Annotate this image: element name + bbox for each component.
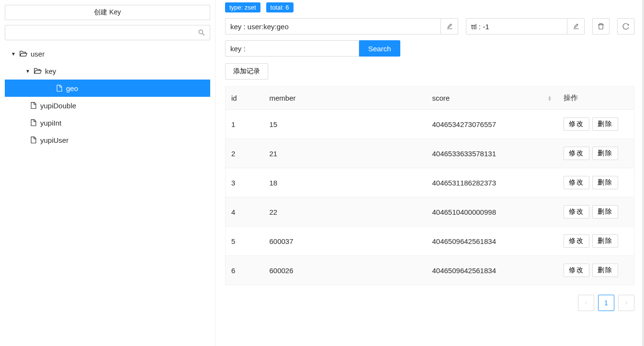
total-tag: total: 6 — [266, 2, 294, 12]
delete-row-button[interactable]: 删除 — [592, 234, 618, 248]
cell-actions: 修改删除 — [558, 256, 634, 285]
cell-score: 4046533633578131 — [427, 139, 558, 168]
cell-actions: 修改删除 — [558, 227, 634, 256]
table-row: 6 600026 4046509642561834 修改删除 — [226, 256, 634, 285]
table-row: 5 600037 4046509642561834 修改删除 — [226, 227, 634, 256]
tree-label: yupiUser — [40, 136, 68, 144]
refresh-button[interactable] — [617, 18, 634, 35]
cell-member: 21 — [264, 139, 427, 168]
create-key-button[interactable]: 创建 Key — [5, 5, 210, 20]
folder-open-icon — [19, 49, 28, 58]
delete-row-button[interactable]: 删除 — [592, 147, 618, 160]
table-row: 4 22 4046510400000998 修改删除 — [226, 197, 634, 227]
cell-id: 4 — [226, 197, 264, 227]
col-id: id — [226, 87, 264, 110]
sidebar-search-input[interactable] — [5, 25, 210, 40]
edit-icon — [446, 23, 453, 30]
table-row: 3 18 4046531186282373 修改删除 — [226, 168, 634, 197]
add-record-button[interactable]: 添加记录 — [225, 63, 268, 80]
cell-score: 4046509642561834 — [427, 256, 558, 285]
cell-actions: 修改删除 — [558, 168, 634, 197]
tree-label: key — [45, 67, 56, 75]
edit-ttl-button[interactable] — [567, 18, 585, 35]
edit-key-button[interactable] — [441, 18, 458, 35]
table-row: 1 15 4046534273076557 修改删除 — [226, 110, 634, 139]
cell-score: 4046510400000998 — [427, 197, 558, 227]
page-prev-button[interactable] — [578, 295, 594, 311]
file-icon — [30, 102, 37, 109]
key-name-input[interactable] — [225, 18, 441, 35]
edit-row-button[interactable]: 修改 — [564, 117, 589, 131]
caret-down-icon: ▼ — [11, 51, 16, 57]
cell-actions: 修改删除 — [558, 110, 634, 139]
tree-label: yupiDouble — [40, 102, 76, 110]
tree-node-key[interactable]: ▼ key — [5, 62, 210, 80]
cell-member: 600026 — [264, 256, 427, 285]
divider — [642, 0, 644, 346]
col-action: 操作 — [558, 87, 634, 110]
cell-score: 4046531186282373 — [427, 168, 558, 197]
edit-row-button[interactable]: 修改 — [564, 264, 589, 277]
tree-node-geo[interactable]: geo — [5, 80, 210, 97]
ttl-input[interactable] — [466, 18, 567, 35]
file-icon — [30, 136, 37, 144]
tree-node-yupiint[interactable]: yupiInt — [5, 114, 210, 131]
cell-actions: 修改删除 — [558, 139, 634, 168]
cell-id: 6 — [226, 256, 264, 285]
col-score-label: score — [432, 94, 450, 102]
data-table: id member score ▲▼ 操作 1 15 4046534273076… — [225, 86, 634, 285]
table-row: 2 21 4046533633578131 修改删除 — [226, 139, 634, 168]
tree-label: user — [31, 50, 45, 58]
cell-score: 4046509642561834 — [427, 227, 558, 256]
cell-id: 1 — [226, 110, 264, 139]
delete-key-button[interactable] — [592, 18, 610, 35]
delete-row-button[interactable]: 删除 — [592, 117, 618, 131]
sort-icon[interactable]: ▲▼ — [548, 95, 552, 101]
cell-member: 600037 — [264, 227, 427, 256]
refresh-icon — [622, 23, 630, 30]
folder-open-icon — [34, 67, 42, 75]
chevron-right-icon — [624, 300, 629, 305]
edit-row-button[interactable]: 修改 — [564, 205, 589, 219]
tree-label: geo — [66, 84, 78, 92]
cell-member: 15 — [264, 110, 427, 139]
cell-actions: 修改删除 — [558, 197, 634, 227]
page-1-button[interactable]: 1 — [598, 295, 614, 311]
tree-label: yupiInt — [40, 119, 61, 127]
col-member: member — [264, 87, 427, 110]
cell-score: 4046534273076557 — [427, 110, 558, 139]
caret-down-icon: ▼ — [25, 69, 31, 74]
file-icon — [56, 84, 63, 92]
pagination: 1 — [225, 295, 634, 311]
file-icon — [30, 119, 37, 127]
key-tree: ▼ user ▼ key geo — [5, 45, 210, 149]
cell-member: 22 — [264, 197, 427, 227]
search-icon[interactable] — [198, 29, 205, 36]
cell-id: 3 — [226, 168, 264, 197]
tree-node-yupidouble[interactable]: yupiDouble — [5, 97, 210, 114]
tree-node-yupiuser[interactable]: yupiUser — [5, 131, 210, 149]
type-tag: type: zset — [225, 2, 260, 12]
page-next-button[interactable] — [618, 295, 634, 311]
search-button[interactable]: Search — [359, 40, 400, 57]
edit-row-button[interactable]: 修改 — [564, 147, 589, 160]
cell-id: 5 — [226, 227, 264, 256]
chevron-left-icon — [584, 300, 588, 305]
edit-row-button[interactable]: 修改 — [564, 176, 589, 189]
delete-row-button[interactable]: 删除 — [592, 205, 618, 219]
delete-icon — [597, 23, 605, 30]
edit-row-button[interactable]: 修改 — [564, 234, 589, 248]
main-content: type: zset total: 6 — [215, 0, 644, 346]
member-search-input[interactable] — [225, 40, 359, 57]
tree-node-user[interactable]: ▼ user — [5, 45, 210, 62]
delete-row-button[interactable]: 删除 — [592, 264, 618, 277]
sidebar: 创建 Key ▼ user ▼ key — [0, 0, 215, 346]
cell-member: 18 — [264, 168, 427, 197]
cell-id: 2 — [226, 139, 264, 168]
edit-icon — [573, 23, 579, 30]
delete-row-button[interactable]: 删除 — [592, 176, 618, 189]
col-score[interactable]: score ▲▼ — [427, 87, 558, 110]
